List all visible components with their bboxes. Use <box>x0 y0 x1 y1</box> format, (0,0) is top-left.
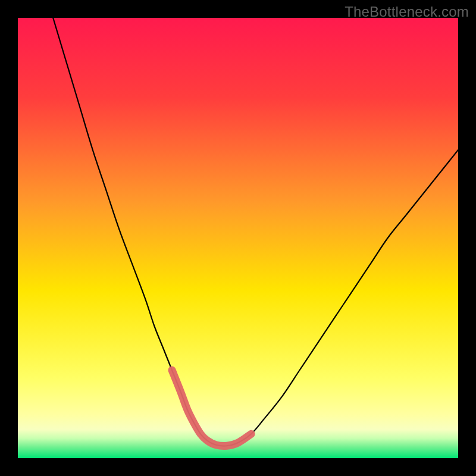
chart-frame: TheBottleneck.com <box>0 0 476 476</box>
bottleneck-curve <box>18 18 458 458</box>
plot-area <box>18 18 458 458</box>
curve-path <box>53 18 458 446</box>
highlight-path <box>172 370 251 446</box>
watermark-text: TheBottleneck.com <box>345 4 469 20</box>
